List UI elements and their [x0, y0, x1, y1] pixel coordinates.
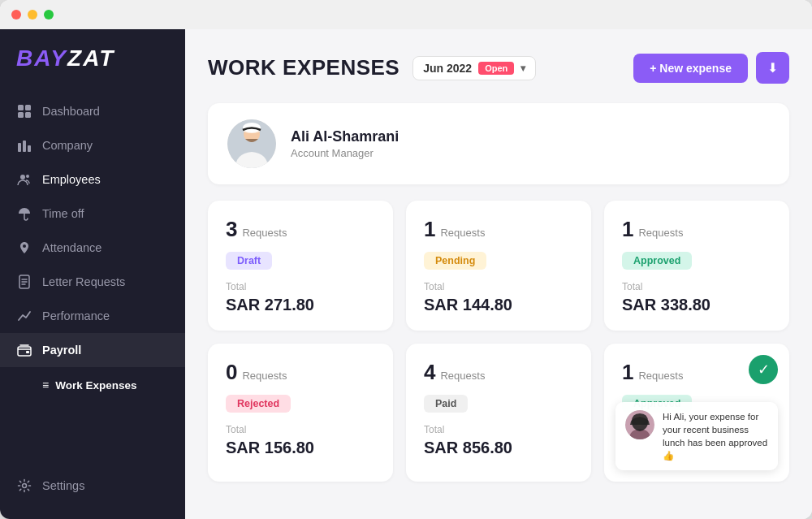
notification-overlay: Hi Ali, your expense for your recent bus… — [615, 402, 778, 470]
rejected-requests-label: Requests — [242, 370, 287, 382]
expense-card-pending: 1 Requests Pending Total SAR 144.80 — [406, 201, 591, 331]
paid-status-pill: Paid — [424, 395, 468, 413]
svg-rect-1 — [25, 105, 31, 110]
chevron-down-icon: ▾ — [520, 63, 525, 74]
sidebar-item-timeoff-label: Time off — [42, 207, 84, 220]
sidebar-item-employees[interactable]: Employees — [0, 162, 185, 197]
expense-card-approved: 1 Requests Approved Total SAR 338.80 — [604, 201, 789, 331]
app-window: BAYZAT Dashboard — [0, 0, 812, 519]
svg-rect-15 — [26, 351, 29, 353]
sidebar-item-letter-requests[interactable]: Letter Requests — [0, 265, 185, 299]
pending-total-label: Total — [424, 281, 573, 292]
minimize-dot[interactable] — [28, 10, 37, 19]
approved-status-pill: Approved — [622, 252, 692, 270]
download-icon: ⬇ — [767, 61, 778, 75]
logo: BAYZAT — [0, 45, 185, 94]
approved-requests-label: Requests — [638, 227, 683, 239]
new-expense-label: + New expense — [650, 62, 732, 75]
svg-point-16 — [23, 484, 27, 488]
approved-check-icon: ✓ — [749, 355, 778, 384]
period-text: Jun 2022 — [423, 62, 472, 75]
notification-avatar — [625, 410, 654, 439]
card-header-pending: 1 Requests — [424, 217, 573, 242]
user-name: Ali Al-Shamrani — [291, 128, 399, 145]
draft-total-label: Total — [226, 281, 375, 292]
logo-text: BAYZAT — [16, 45, 114, 71]
approved-notif-count: 1 — [622, 360, 633, 385]
svg-rect-4 — [18, 143, 21, 152]
sidebar-sub-item-work-expenses[interactable]: ≡ Work Expenses — [42, 372, 185, 398]
main-content: WORK EXPENSES Jun 2022 Open ▾ + New expe… — [185, 29, 812, 519]
pending-count: 1 — [424, 217, 435, 242]
sidebar-sub-nav: ≡ Work Expenses — [0, 367, 185, 403]
avatar — [227, 119, 276, 168]
sidebar-sub-item-work-expenses-label: Work Expenses — [55, 379, 136, 391]
svg-point-7 — [20, 175, 25, 179]
approved-total-label: Total — [622, 281, 771, 292]
user-card: Ali Al-Shamrani Account Manager — [208, 103, 789, 184]
rejected-total-label: Total — [226, 424, 375, 435]
expense-card-rejected: 0 Requests Rejected Total SAR 156.80 — [208, 344, 393, 482]
sidebar-item-performance[interactable]: Performance — [0, 299, 185, 333]
trend-icon — [16, 308, 32, 324]
svg-point-9 — [23, 244, 26, 248]
sidebar-item-dashboard[interactable]: Dashboard — [0, 94, 185, 128]
header-actions: + New expense ⬇ — [633, 52, 789, 84]
sidebar: BAYZAT Dashboard — [0, 29, 185, 519]
expense-grid: 3 Requests Draft Total SAR 271.80 1 Requ… — [208, 201, 789, 482]
card-header-rejected: 0 Requests — [226, 360, 375, 385]
user-info: Ali Al-Shamrani Account Manager — [291, 128, 399, 159]
sidebar-item-employees-label: Employees — [42, 173, 101, 186]
draft-status-pill: Draft — [226, 252, 272, 270]
sidebar-item-attendance-label: Attendance — [42, 241, 102, 254]
paid-total-label: Total — [424, 424, 573, 435]
svg-point-8 — [26, 175, 29, 178]
app-body: BAYZAT Dashboard — [0, 29, 812, 519]
people-icon — [16, 171, 32, 188]
location-icon — [16, 240, 32, 256]
close-dot[interactable] — [11, 10, 21, 19]
sidebar-item-company[interactable]: Company — [0, 128, 185, 162]
period-selector[interactable]: Jun 2022 Open ▾ — [412, 56, 536, 80]
download-button[interactable]: ⬇ — [756, 52, 789, 84]
approved-notif-requests-label: Requests — [638, 370, 683, 382]
draft-total-value: SAR 271.80 — [226, 296, 375, 314]
wallet-icon — [16, 342, 32, 358]
approved-count: 1 — [622, 217, 633, 242]
settings-spacer: Settings — [0, 452, 185, 503]
rejected-total-value: SAR 156.80 — [226, 439, 375, 457]
expense-card-approved-notif: 1 Requests Approved ✓ — [604, 344, 789, 482]
rejected-count: 0 — [226, 360, 237, 385]
svg-rect-0 — [18, 105, 24, 110]
gear-icon — [16, 478, 32, 494]
sidebar-item-settings[interactable]: Settings — [0, 469, 185, 503]
sidebar-item-letter-requests-label: Letter Requests — [42, 275, 125, 288]
new-expense-button[interactable]: + New expense — [633, 54, 748, 83]
svg-rect-3 — [25, 112, 31, 118]
sidebar-item-company-label: Company — [42, 139, 93, 152]
rejected-status-pill: Rejected — [226, 395, 291, 413]
sidebar-item-payroll[interactable]: Payroll — [0, 333, 185, 367]
sidebar-item-attendance[interactable]: Attendance — [0, 231, 185, 265]
sidebar-item-performance-label: Performance — [42, 309, 110, 322]
card-header-draft: 3 Requests — [226, 217, 375, 242]
paid-count: 4 — [424, 360, 435, 385]
pending-total-value: SAR 144.80 — [424, 296, 573, 314]
svg-rect-2 — [18, 112, 24, 118]
approved-total-value: SAR 338.80 — [622, 296, 771, 314]
sidebar-item-payroll-label: Payroll — [42, 344, 81, 357]
expense-card-draft: 3 Requests Draft Total SAR 271.80 — [208, 201, 393, 331]
card-header-paid: 4 Requests — [424, 360, 573, 385]
document-icon — [16, 274, 32, 290]
header-row: WORK EXPENSES Jun 2022 Open ▾ + New expe… — [208, 52, 789, 84]
umbrella-icon — [16, 205, 32, 222]
paid-total-value: SAR 856.80 — [424, 439, 573, 457]
open-badge: Open — [478, 62, 514, 75]
svg-rect-5 — [23, 141, 26, 152]
grid-icon — [16, 103, 32, 119]
maximize-dot[interactable] — [44, 10, 54, 19]
pending-status-pill: Pending — [424, 252, 486, 270]
svg-rect-6 — [28, 145, 31, 152]
sidebar-item-timeoff[interactable]: Time off — [0, 197, 185, 231]
card-header-approved: 1 Requests — [622, 217, 771, 242]
